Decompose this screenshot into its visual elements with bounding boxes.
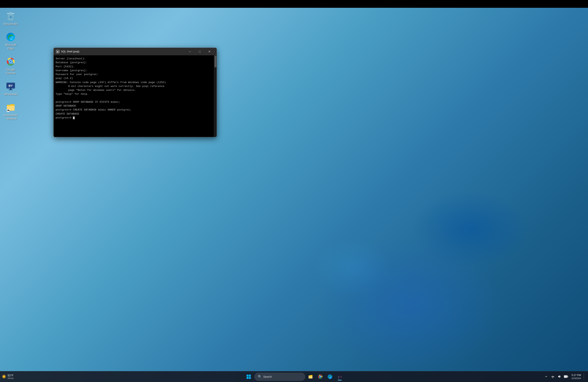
terminal-line-5: Password for user postgres: (56, 73, 212, 76)
tray-sound[interactable] (557, 374, 562, 379)
edge-svg (6, 32, 15, 42)
svg-text:♻: ♻ (9, 16, 12, 19)
chrome-image (6, 57, 16, 67)
taskbar-right: 5:27 PM 3/19/2024 (544, 373, 588, 381)
taskbar-file-explorer[interactable] (306, 372, 315, 381)
svg-rect-34 (567, 376, 568, 377)
system-clock[interactable]: 5:27 PM 3/19/2024 (570, 373, 582, 381)
terminal-line-4: Username [postgres]: (56, 69, 212, 73)
svg-rect-24 (249, 377, 251, 379)
close-button[interactable]: ✕ (205, 48, 214, 55)
terminal-line-6: psql (16.2) (56, 76, 212, 80)
terminal-scrollbar[interactable] (214, 55, 217, 137)
documents-image (6, 102, 16, 112)
file-explorer-icon (308, 374, 313, 379)
edge-label: Microsoft Edge (3, 43, 18, 50)
terminal-line-10: Type "help" for help. (56, 92, 212, 96)
weather-temperature: 52°F (8, 374, 14, 377)
recycle-bin-icon[interactable]: ♻ Recycle Bin (2, 10, 20, 27)
ultraviewer-label: UltraViewer (4, 92, 18, 96)
search-bar[interactable]: 🔍 Search (254, 373, 305, 381)
maximize-button[interactable]: □ (195, 48, 205, 55)
documents-svg (6, 103, 15, 112)
taskbar-edge[interactable] (326, 372, 334, 381)
chevron-up-icon (545, 375, 547, 378)
svg-rect-22 (249, 375, 251, 377)
network-icon (551, 375, 555, 378)
tray-battery[interactable] (563, 374, 569, 379)
terminal-line-2: Database [postgres]: (56, 61, 212, 64)
recycle-bin-label: Recycle Bin (3, 22, 18, 26)
terminal-line-9: page "Notes for Windows users" for detai… (56, 88, 212, 92)
svg-point-17 (9, 85, 10, 86)
window-title: SQL Shell (psql) (61, 50, 79, 53)
titlebar-controls: ─ □ ✕ (185, 48, 214, 55)
start-button[interactable] (244, 372, 253, 382)
terminal-line-16: postgres=# (56, 116, 212, 120)
documents-shortcut-icon[interactable]: Documents - Shortcut (2, 101, 20, 122)
weather-widget[interactable]: ☀️ 52°F Sunny (1, 374, 14, 380)
chrome-label: Google Chrome (3, 68, 18, 75)
titlebar-left: ▶ SQL Shell (psql) (56, 50, 79, 53)
taskbar-edge-icon (327, 374, 333, 379)
windows-logo (246, 374, 251, 379)
microsoft-edge-icon[interactable]: Microsoft Edge (2, 31, 20, 51)
svg-point-27 (320, 376, 321, 377)
minimize-button[interactable]: ─ (185, 48, 195, 55)
search-label: Search (263, 375, 272, 378)
ultraviewer-svg: UV (6, 82, 15, 91)
show-desktop-button[interactable] (584, 373, 585, 380)
terminal-line-14: postgres=# CREATE DATABASE mimic OWNER p… (56, 108, 212, 112)
terminal-line-3: Port [5432]: (56, 65, 212, 69)
svg-point-32 (553, 378, 553, 378)
documents-label: Documents - Shortcut (3, 113, 18, 120)
clock-date: 3/19/2024 (571, 377, 581, 380)
tray-network[interactable] (550, 374, 556, 379)
titlebar-app-icon: ▶ (56, 50, 60, 53)
terminal-line-11 (56, 96, 212, 100)
svg-text:▶: ▶ (57, 51, 59, 53)
search-icon: 🔍 (258, 375, 262, 379)
google-chrome-icon[interactable]: Google Chrome (2, 55, 20, 76)
top-bar (0, 0, 588, 8)
ultraviewer-image: UV (6, 81, 16, 91)
svg-rect-23 (247, 377, 249, 379)
taskbar-center: 🔍 Search (244, 372, 344, 382)
desktop-icons: ♻ Recycle Bin (2, 10, 20, 122)
taskbar-left: ☀️ 52°F Sunny (0, 374, 14, 380)
terminal-line-13: DROP DATABASE (56, 104, 212, 108)
svg-rect-21 (247, 375, 249, 377)
clock-time: 5:27 PM (572, 373, 581, 377)
recycle-bin-image: ♻ (6, 11, 16, 21)
terminal-line-1: Server [localhost]: (56, 57, 212, 61)
svg-rect-35 (564, 376, 567, 378)
battery-icon (564, 375, 568, 378)
scrollbar-thumb[interactable] (214, 56, 216, 67)
system-tray (544, 374, 569, 379)
svg-point-10 (10, 61, 12, 63)
taskbar-chrome-icon (318, 374, 323, 379)
terminal-line-8: 8-bit characters might not work correctl… (56, 85, 212, 88)
weather-info: 52°F Sunny (8, 374, 14, 380)
chrome-svg (6, 57, 15, 66)
svg-text:>_: >_ (338, 378, 340, 379)
terminal-content[interactable]: Server [localhost]: Database [postgres]:… (54, 55, 217, 137)
sound-icon (558, 375, 561, 378)
terminal-line-15: CREATE DATABASE (56, 112, 212, 116)
svg-rect-2 (10, 12, 12, 13)
weather-condition: Sunny (8, 377, 14, 380)
svg-rect-15 (9, 89, 13, 90)
svg-rect-14 (10, 88, 11, 89)
edge-image (6, 32, 16, 42)
taskbar-chrome[interactable] (316, 372, 325, 381)
window-titlebar: ▶ SQL Shell (psql) ─ □ ✕ (54, 48, 217, 55)
tray-chevron[interactable] (544, 374, 549, 379)
taskbar-terminal-icon: C:\ >_ (337, 374, 342, 379)
sql-shell-window: ▶ SQL Shell (psql) ─ □ ✕ Server [localho… (53, 48, 217, 137)
terminal-output[interactable]: Server [localhost]: Database [postgres]:… (54, 55, 214, 137)
taskbar-terminal[interactable]: C:\ >_ (336, 372, 344, 381)
ultraviewer-icon[interactable]: UV UltraViewer (2, 80, 20, 97)
terminal-line-12: postgres=# DROP DATABASE IF EXISTS mimic… (56, 100, 212, 104)
terminal-line-7: WARNING: Console code page (437) differs… (56, 81, 212, 85)
taskbar: ☀️ 52°F Sunny 🔍 Search (0, 371, 588, 382)
